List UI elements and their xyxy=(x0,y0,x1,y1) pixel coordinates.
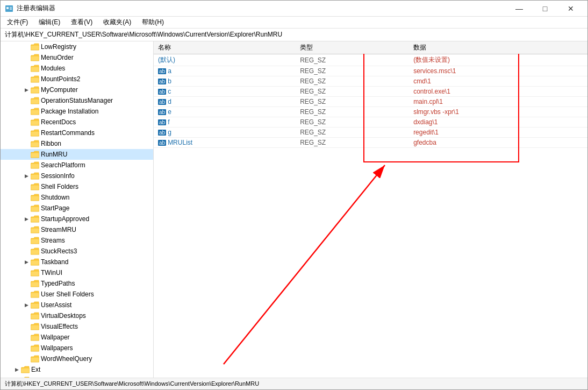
tree-item[interactable]: MenuOrder xyxy=(1,52,153,63)
tree-item[interactable]: StuckRects3 xyxy=(1,246,153,257)
reg-type: REG_SZ xyxy=(296,138,409,148)
table-row[interactable]: abbREG_SZcmd\1 xyxy=(154,76,587,87)
table-row[interactable]: abaREG_SZservices.msc\1 xyxy=(154,66,587,76)
table-row[interactable]: abMRUListREG_SZgfedcba xyxy=(154,138,587,148)
table-row[interactable]: abfREG_SZdxdiag\1 xyxy=(154,117,587,127)
tree-item[interactable]: LowRegistry xyxy=(1,41,153,52)
tree-label: Taskband xyxy=(41,258,68,266)
table-row[interactable]: abeREG_SZslmgr.vbs -xpr\1 xyxy=(154,107,587,117)
tree-item[interactable]: Wallpaper xyxy=(1,332,153,343)
maximize-button[interactable]: □ xyxy=(533,1,557,17)
folder-icon xyxy=(31,258,39,266)
tree-item[interactable]: Ribbon xyxy=(1,138,153,149)
tree-item[interactable]: RecentDocs xyxy=(1,117,153,127)
tree-item[interactable]: ▶ StartupApproved xyxy=(1,214,153,224)
close-button[interactable]: ✕ xyxy=(558,1,583,17)
table-row[interactable]: abgREG_SZregedit\1 xyxy=(154,127,587,138)
folder-icon xyxy=(31,344,39,352)
tree-label: UserAssist xyxy=(41,301,71,309)
tree-item[interactable]: Modules xyxy=(1,63,153,74)
table-row[interactable]: abdREG_SZmain.cpl\1 xyxy=(154,97,587,107)
tree-item[interactable]: ▶ Ext xyxy=(1,364,153,375)
folder-icon xyxy=(31,269,39,276)
tree-item[interactable]: Extensions xyxy=(1,375,153,378)
svg-rect-4 xyxy=(10,9,12,10)
reg-name: abg xyxy=(154,127,296,138)
tree-item[interactable]: Wallpapers xyxy=(1,343,153,353)
reg-data: (数值未设置) xyxy=(409,54,587,66)
reg-name: (默认) xyxy=(154,54,296,66)
tree-arrow xyxy=(22,107,31,116)
reg-data: control.exe\1 xyxy=(409,87,587,97)
menu-edit[interactable]: 编辑(E) xyxy=(34,17,64,28)
tree-item[interactable]: ▶ UserAssist xyxy=(1,300,153,310)
tree-item[interactable]: RestartCommands xyxy=(1,127,153,138)
tree-arrow xyxy=(22,161,31,169)
menu-file[interactable]: 文件(F) xyxy=(3,17,32,28)
tree-item[interactable]: ▶ Taskband xyxy=(1,257,153,267)
menu-help[interactable]: 帮助(H) xyxy=(138,17,168,28)
tree-label: LowRegistry xyxy=(41,43,76,51)
tree-label: Extensions xyxy=(31,377,63,378)
tree-item[interactable]: VisualEffects xyxy=(1,321,153,332)
tree-item[interactable]: SearchPlatform xyxy=(1,160,153,171)
tree-arrow xyxy=(22,64,31,73)
tree-item[interactable]: OperationStatusManager xyxy=(1,95,153,106)
tree-arrow xyxy=(22,150,31,159)
address-text: 计算机\HKEY_CURRENT_USER\Software\Microsoft… xyxy=(5,30,282,39)
tree-item[interactable]: RunMRU xyxy=(1,149,153,160)
tree-item[interactable]: StartPage xyxy=(1,203,153,214)
tree-item[interactable]: Streams xyxy=(1,235,153,246)
reg-type: REG_SZ xyxy=(296,107,409,117)
tree-arrow xyxy=(22,354,31,363)
folder-icon xyxy=(31,108,39,115)
reg-name: abf xyxy=(154,117,296,127)
folder-icon xyxy=(31,86,39,94)
right-panel-wrapper: 名称 类型 数据 (默认)REG_SZ(数值未设置)abaREG_SZservi… xyxy=(154,41,587,378)
tree-arrow xyxy=(22,236,31,245)
menu-favorites[interactable]: 收藏夹(A) xyxy=(99,17,135,28)
tree-item[interactable]: ▶ SessionInfo xyxy=(1,171,153,181)
tree-item[interactable]: User Shell Folders xyxy=(1,289,153,300)
folder-icon xyxy=(31,118,39,126)
tree-item[interactable]: Shell Folders xyxy=(1,181,153,192)
reg-data: regedit\1 xyxy=(409,127,587,138)
tree-item[interactable]: MountPoints2 xyxy=(1,74,153,84)
table-row[interactable]: (默认)REG_SZ(数值未设置) xyxy=(154,54,587,66)
tree-item[interactable]: VirtualDesktops xyxy=(1,310,153,321)
reg-data: cmd\1 xyxy=(409,76,587,87)
tree-label: SessionInfo xyxy=(41,172,75,180)
tree-item[interactable]: StreamMRU xyxy=(1,224,153,235)
folder-icon xyxy=(31,140,39,147)
tree-label: WordWheelQuery xyxy=(41,355,92,363)
tree-label: Wallpaper xyxy=(41,334,70,341)
tree-arrow xyxy=(22,53,31,62)
folder-icon xyxy=(31,129,39,137)
regedit-icon xyxy=(5,4,13,13)
tree-item[interactable]: TypedPaths xyxy=(1,278,153,289)
tree-item[interactable]: Package Installation xyxy=(1,106,153,117)
tree-label: SearchPlatform xyxy=(41,161,85,169)
tree-item[interactable]: TWinUI xyxy=(1,267,153,278)
tree-arrow xyxy=(22,129,31,137)
tree-arrow xyxy=(22,225,31,234)
tree-arrow: ▶ xyxy=(22,86,31,94)
tree-item[interactable]: ▶ MyComputer xyxy=(1,84,153,95)
tree-item[interactable]: WordWheelQuery xyxy=(1,353,153,364)
svg-rect-1 xyxy=(6,7,9,9)
folder-icon xyxy=(21,366,30,373)
tree-label: VirtualDesktops xyxy=(41,312,86,320)
menu-view[interactable]: 查看(V) xyxy=(67,17,97,28)
tree-label: Shell Folders xyxy=(41,183,78,190)
tree-item[interactable]: Shutdown xyxy=(1,192,153,203)
tree-arrow xyxy=(22,247,31,256)
minimize-button[interactable]: — xyxy=(507,1,532,17)
tree-arrow: ▶ xyxy=(22,301,31,309)
folder-icon xyxy=(31,54,39,61)
reg-data: dxdiag\1 xyxy=(409,117,587,127)
folder-icon xyxy=(31,97,39,104)
table-row[interactable]: abcREG_SZcontrol.exe\1 xyxy=(154,87,587,97)
tree-label: Streams xyxy=(41,237,65,244)
tree-label: Ext xyxy=(31,366,40,373)
tree-panel[interactable]: LowRegistry MenuOrder Modules MountPoint… xyxy=(1,41,154,378)
